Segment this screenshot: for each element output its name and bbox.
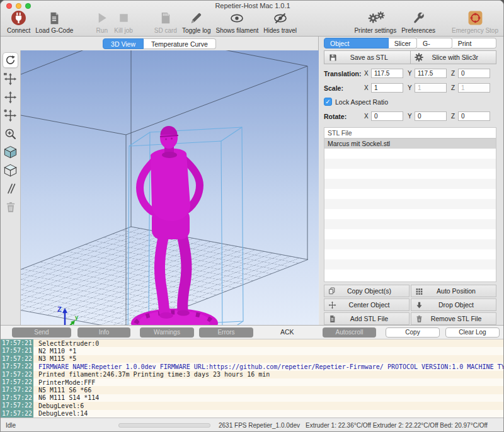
emergency-stop-icon <box>467 9 483 26</box>
toolbar-sd-card[interactable]: SD card <box>152 9 180 35</box>
tab-gcode[interactable]: G-Code <box>417 38 452 48</box>
plug-icon <box>11 9 26 26</box>
toolbar-connect[interactable]: Connect <box>4 9 33 35</box>
tab-slicer[interactable]: Slicer <box>389 38 417 48</box>
grid-icon <box>411 287 427 295</box>
translation-row: Translation: X Y Z <box>324 68 496 79</box>
document-icon <box>47 9 61 26</box>
title-bar: Repetier-Host Mac 1.0.1 Connect Load <box>1 1 504 37</box>
move-button[interactable] <box>3 90 18 105</box>
auto-position-button[interactable]: Auto Position <box>411 285 496 297</box>
transform-form: Translation: X Y Z Scale: X Y Z <box>324 68 496 125</box>
autoscroll-button[interactable]: Autoscroll <box>323 327 376 338</box>
log-line: 17:57:22DebugLevel:14 <box>1 410 504 418</box>
copy-icon <box>324 287 340 295</box>
log-line: 17:57:22Printed filament:246.37m Printin… <box>1 371 504 378</box>
toolbar-load-gcode[interactable]: Load G-Code <box>33 9 76 35</box>
down-arrow-icon <box>411 301 427 309</box>
view-tabs: 3D View Temperature Curve <box>1 38 318 49</box>
rotate-view-button[interactable] <box>3 52 18 68</box>
tab-temperature-curve[interactable]: Temperature Curve <box>144 38 216 49</box>
rotate-y-input[interactable] <box>415 111 447 121</box>
tab-3d-view[interactable]: 3D View <box>103 38 144 49</box>
parallel-projection-button[interactable] <box>3 181 18 196</box>
toolbar-toggle-log[interactable]: Toggle log <box>180 9 214 35</box>
lock-aspect-checkbox[interactable]: ✓ <box>324 98 332 106</box>
main-toolbar: Connect Load G-Code Run Kill job <box>1 9 504 37</box>
toolbar-shows-filament[interactable]: Shows filament <box>213 9 261 35</box>
isometric-view-button[interactable] <box>3 145 18 159</box>
log-panel: Send Info Warnings Errors ACK Autoscroll… <box>1 325 504 418</box>
floppy-icon <box>324 53 341 62</box>
status-fps: 2631 FPS Repetier_1.0.0dev <box>219 422 300 429</box>
copy-objects-button[interactable]: Copy Object(s) <box>324 285 410 297</box>
translation-z-input[interactable] <box>458 69 490 78</box>
toolbar-emergency-stop[interactable]: Emergency Stop <box>449 9 501 35</box>
gears-icon <box>366 9 385 26</box>
move-viewpoint-button[interactable] <box>3 72 18 86</box>
translation-x-input[interactable] <box>371 69 403 78</box>
toolbar-hides-travel[interactable]: Hides travel <box>261 9 299 35</box>
wrench-icon <box>411 9 426 26</box>
eye-slash-icon <box>273 9 288 26</box>
log-lines[interactable]: 17:57:21SelectExtruder:0 17:57:21N2 M110… <box>1 339 504 418</box>
delete-object-button[interactable] <box>3 200 18 214</box>
log-line: 17:57:22N3 M115 *5 <box>1 355 504 363</box>
toolbar-printer-settings[interactable]: Printer settings <box>352 9 399 35</box>
toolbar-run[interactable]: Run <box>92 9 112 35</box>
center-icon <box>324 301 340 309</box>
app-window: Repetier-Host Mac 1.0.1 Connect Load <box>0 0 504 432</box>
rotate-row: Rotate: X Y Z <box>324 111 496 122</box>
scale-y-input[interactable] <box>415 83 447 93</box>
drop-object-button[interactable]: Drop Object <box>411 298 496 311</box>
log-line: 17:57:21SelectExtruder:0 <box>1 339 504 347</box>
gear-icon <box>411 52 427 62</box>
magnifier-icon <box>4 127 17 140</box>
log-filter-errors[interactable]: Errors <box>199 327 253 338</box>
viewport-3d[interactable]: Z y x <box>21 50 319 325</box>
scale-z-input[interactable] <box>458 83 490 93</box>
log-filter-send[interactable]: Send <box>12 327 71 338</box>
scale-x-input[interactable] <box>371 83 403 93</box>
move-object-button[interactable] <box>3 108 18 123</box>
move-object-icon <box>4 109 17 122</box>
toolbar-connect-label: Connect <box>7 27 30 34</box>
log-filter-info[interactable]: Info <box>77 327 130 338</box>
lock-aspect-row: ✓ Lock Aspect Ratio <box>324 97 496 106</box>
left-pane: 3D View Temperature Curve <box>1 37 319 325</box>
log-line: 17:57:21N2 M110 *1 <box>1 347 504 355</box>
ack-label: ACK <box>280 328 294 336</box>
move-viewpoint-icon <box>4 72 17 86</box>
cube-wire-icon <box>3 163 18 178</box>
log-filter-warnings[interactable]: Warnings <box>140 327 194 338</box>
remove-stl-file-button[interactable]: Remove STL File <box>411 312 496 325</box>
rotate-x-input[interactable] <box>371 111 403 121</box>
slice-with-slic3r-button[interactable]: Slice with Slic3r <box>411 50 497 64</box>
main-area: 3D View Temperature Curve <box>1 37 504 325</box>
log-line: 17:57:22N5 M111 S6 *66 <box>1 386 504 394</box>
add-stl-file-button[interactable]: Add STL File <box>324 312 410 325</box>
log-line: 17:57:22N6 M111 S14 *114 <box>1 394 504 402</box>
copy-log-button[interactable]: Copy <box>386 327 440 338</box>
front-view-button[interactable] <box>3 163 18 178</box>
toolbar-kill-job[interactable]: Kill job <box>112 9 135 35</box>
clear-log-button[interactable]: Clear Log <box>445 327 500 338</box>
viewport-toolbar <box>1 50 21 325</box>
toolbar-preferences[interactable]: Preferences <box>399 9 438 35</box>
stl-list-header: STL File <box>324 127 496 139</box>
log-line: 17:57:22FIRMWARE_NAME:Repetier_1.0.0dev … <box>1 363 504 370</box>
rotate-icon <box>4 54 16 66</box>
stl-file-row[interactable]: Marcus mit Sockel.stl <box>324 139 496 149</box>
trash-icon <box>4 201 17 213</box>
axis-z-label: Z <box>57 305 62 313</box>
trash-icon <box>411 315 427 323</box>
translation-y-input[interactable] <box>415 69 447 78</box>
save-as-stl-button[interactable]: Save as STL <box>324 50 411 64</box>
tab-object-placement[interactable]: Object Placement <box>324 38 389 48</box>
status-temperatures: Extruder 1: 22.36°C/Off Extruder 2: 22.2… <box>306 422 488 429</box>
center-object-button[interactable]: Center Object <box>324 298 410 311</box>
rotate-z-input[interactable] <box>458 111 490 121</box>
zoom-view-button[interactable] <box>3 127 18 141</box>
log-line: 17:57:22DebugLevel:6 <box>1 402 504 409</box>
tab-print-panel[interactable]: Print Panel <box>452 38 496 48</box>
